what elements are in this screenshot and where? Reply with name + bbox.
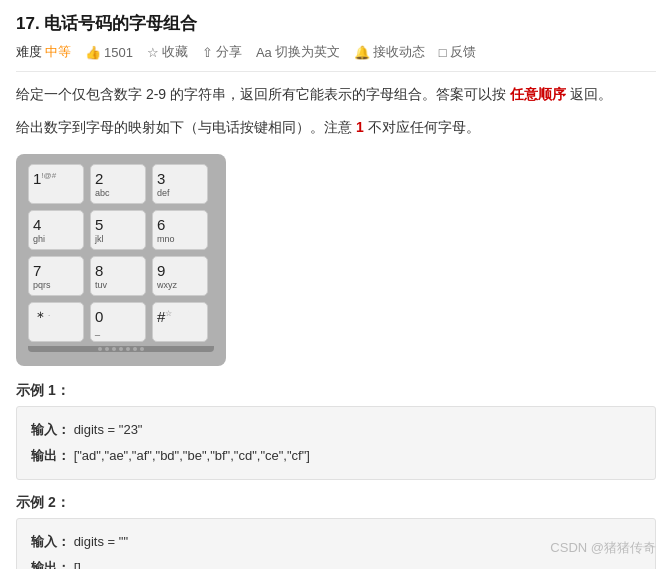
desc1: 给定一个仅包含数字 2-9 的字符串，返回所有它能表示的字母组合。答案可以按 任… [16, 82, 656, 107]
subscribe-label: 接收动态 [373, 43, 425, 61]
example2-output-label: 输出： [31, 560, 70, 569]
example2-title: 示例 2： [16, 494, 656, 512]
pad-strip [28, 346, 214, 352]
example1-title: 示例 1： [16, 382, 656, 400]
key-6[interactable]: 6 mno [152, 210, 208, 250]
key-4[interactable]: 4 ghi [28, 210, 84, 250]
example1-input-row: 输入： digits = "23" [31, 417, 641, 443]
phone-pad-container: 1!@# 2 abc 3 def 4 ghi 5 jkl [16, 154, 656, 365]
key-3[interactable]: 3 def [152, 164, 208, 204]
page-title: 17. 电话号码的字母组合 [16, 12, 197, 35]
key-8[interactable]: 8 tuv [90, 256, 146, 296]
likes-item[interactable]: 👍 1501 [85, 45, 133, 60]
feedback-label: 反馈 [450, 43, 476, 61]
bell-icon: 🔔 [354, 45, 370, 60]
example2-input-label: 输入： [31, 534, 70, 549]
switch-item[interactable]: Aa 切换为英文 [256, 43, 340, 61]
key-5[interactable]: 5 jkl [90, 210, 146, 250]
key-2[interactable]: 2 abc [90, 164, 146, 204]
example2-input-value: digits = "" [74, 534, 128, 549]
share-label: 分享 [216, 43, 242, 61]
like-icon: 👍 [85, 45, 101, 60]
key-0[interactable]: 0 _ [90, 302, 146, 342]
divider [16, 71, 656, 72]
dot3 [112, 347, 116, 351]
key-1[interactable]: 1!@# [28, 164, 84, 204]
switch-label: 切换为英文 [275, 43, 340, 61]
example2-output-value: [] [74, 560, 81, 569]
example1-output-label: 输出： [31, 448, 70, 463]
collect-label: 收藏 [162, 43, 188, 61]
key-hash[interactable]: #☆ [152, 302, 208, 342]
example1-input-value: digits = "23" [74, 422, 143, 437]
dot1 [98, 347, 102, 351]
phone-pad: 1!@# 2 abc 3 def 4 ghi 5 jkl [16, 154, 226, 365]
switch-icon: Aa [256, 45, 272, 60]
share-icon: ⇧ [202, 45, 213, 60]
example1-output-row: 输出： ["ad","ae","af","bd","be","bf","cd",… [31, 443, 641, 469]
dot6 [133, 347, 137, 351]
example1-box: 输入： digits = "23" 输出： ["ad","ae","af","b… [16, 406, 656, 480]
dot4 [119, 347, 123, 351]
title-row: 17. 电话号码的字母组合 [16, 12, 656, 35]
example1-output-value: ["ad","ae","af","bd","be","bf","cd","ce"… [74, 448, 310, 463]
desc2: 给出数字到字母的映射如下（与电话按键相同）。注意 1 不对应任何字母。 [16, 115, 656, 140]
share-item[interactable]: ⇧ 分享 [202, 43, 242, 61]
likes-count: 1501 [104, 45, 133, 60]
star-icon: ☆ [147, 45, 159, 60]
key-7[interactable]: 7 pqrs [28, 256, 84, 296]
pad-grid: 1!@# 2 abc 3 def 4 ghi 5 jkl [28, 164, 214, 341]
example1-input-label: 输入： [31, 422, 70, 437]
difficulty-value: 中等 [45, 43, 71, 61]
subscribe-item[interactable]: 🔔 接收动态 [354, 43, 425, 61]
page-container: 17. 电话号码的字母组合 难度 中等 👍 1501 ☆ 收藏 ⇧ 分享 Aa … [0, 0, 672, 569]
meta-bar: 难度 中等 👍 1501 ☆ 收藏 ⇧ 分享 Aa 切换为英文 🔔 接收动态 □… [16, 43, 656, 61]
dot5 [126, 347, 130, 351]
dot2 [105, 347, 109, 351]
collect-item[interactable]: ☆ 收藏 [147, 43, 188, 61]
watermark: CSDN @猪猪传奇 [550, 539, 656, 557]
feedback-icon: □ [439, 45, 447, 60]
difficulty-label: 难度 中等 [16, 43, 71, 61]
highlight-any-order: 任意顺序 [510, 86, 566, 102]
pad-strip-dots [98, 347, 144, 351]
feedback-item[interactable]: □ 反馈 [439, 43, 476, 61]
dot7 [140, 347, 144, 351]
key-star[interactable]: ＊. [28, 302, 84, 342]
key-9[interactable]: 9 wxyz [152, 256, 208, 296]
highlight-one: 1 [356, 119, 364, 135]
